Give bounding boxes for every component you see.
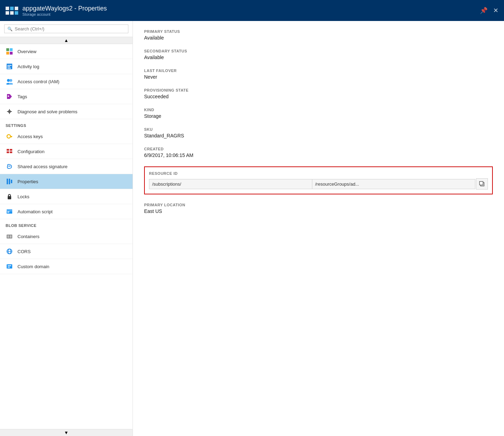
properties-icon [6, 178, 13, 185]
secondary-status-value: Available [144, 55, 493, 60]
created-label: CREATED [144, 147, 493, 151]
svg-rect-21 [10, 149, 12, 151]
sku-value: Standard_RAGRS [144, 133, 493, 138]
settings-section-label: SETTINGS [0, 119, 133, 129]
created-section: CREATED 6/9/2017, 10:06:15 AM [144, 147, 493, 158]
svg-rect-38 [7, 264, 12, 269]
sidebar-item-custom-domain[interactable]: Custom domain [0, 259, 133, 274]
access-control-label: Access control (IAM) [17, 79, 59, 84]
resource-id-label: RESOURCE ID [149, 171, 488, 176]
activity-log-label: Activity log [17, 64, 39, 69]
access-control-icon [6, 78, 13, 85]
sidebar: 🔍 ▲ Overview [0, 21, 133, 436]
kind-section: KIND Storage [144, 108, 493, 119]
kind-value: Storage [144, 113, 493, 119]
main-layout: 🔍 ▲ Overview [0, 21, 504, 436]
svg-rect-5 [7, 65, 12, 66]
sidebar-content: Overview Activity log [0, 44, 133, 429]
sas-label: Shared access signature [17, 164, 68, 169]
title-text: appgateWaylogs2 - Properties Storage acc… [22, 5, 107, 16]
last-failover-label: LAST FAILOVER [144, 69, 493, 73]
blob-service-section-label: BLOB SERVICE [0, 219, 133, 229]
search-box: 🔍 [0, 21, 133, 37]
svg-point-8 [7, 79, 10, 82]
resource-id-input[interactable] [149, 179, 312, 189]
provisioning-state-section: PROVISIONING STATE Succeeded [144, 88, 493, 99]
overview-label: Overview [17, 49, 36, 54]
sku-label: SKU [144, 127, 493, 131]
cors-icon [6, 248, 13, 255]
sidebar-item-tags[interactable]: Tags [0, 89, 133, 104]
sidebar-item-sas[interactable]: Shared access signature [0, 159, 133, 174]
svg-rect-39 [8, 265, 11, 266]
primary-location-value: East US [144, 208, 493, 214]
svg-rect-23 [10, 151, 12, 153]
primary-status-value: Available [144, 35, 493, 41]
sidebar-item-locks[interactable]: Locks [0, 189, 133, 204]
secondary-status-section: SECONDARY STATUS Available [144, 49, 493, 60]
svg-rect-6 [7, 66, 10, 67]
sidebar-item-properties[interactable]: Properties [0, 174, 133, 189]
search-input[interactable] [15, 26, 125, 31]
locks-icon [6, 193, 13, 200]
main-content: PRIMARY STATUS Available SECONDARY STATU… [133, 21, 504, 436]
sidebar-item-cors[interactable]: CORS [0, 244, 133, 259]
svg-rect-34 [10, 235, 12, 238]
svg-rect-31 [7, 213, 9, 213]
resource-id-suffix: /resourceGroups/ad... [312, 179, 475, 189]
pin-button[interactable]: 📌 [480, 7, 488, 14]
sidebar-item-diagnose[interactable]: Diagnose and solve problems [0, 104, 133, 119]
activity-log-icon [6, 63, 13, 70]
sidebar-item-containers[interactable]: Containers [0, 229, 133, 244]
primary-status-label: PRIMARY STATUS [144, 29, 493, 34]
custom-domain-icon [6, 263, 13, 270]
scroll-down-button[interactable]: ▼ [0, 429, 133, 436]
sku-section: SKU Standard_RAGRS [144, 127, 493, 138]
diagnose-icon [6, 108, 13, 115]
svg-rect-25 [9, 179, 10, 184]
cors-label: CORS [17, 249, 31, 254]
svg-rect-24 [7, 179, 8, 184]
primary-location-label: PRIMARY LOCATION [144, 203, 493, 207]
configuration-label: Configuration [17, 149, 44, 154]
tags-icon [6, 93, 13, 100]
svg-rect-22 [7, 151, 9, 153]
kind-label: KIND [144, 108, 493, 112]
scroll-up-button[interactable]: ▲ [0, 37, 133, 44]
svg-rect-0 [6, 48, 9, 51]
svg-rect-27 [8, 196, 11, 199]
svg-rect-40 [8, 267, 10, 267]
automation-icon [6, 208, 13, 215]
access-keys-icon [6, 133, 13, 140]
sidebar-item-access-keys[interactable]: Access keys [0, 129, 133, 144]
svg-point-9 [9, 79, 12, 82]
app-title: appgateWaylogs2 - Properties [22, 5, 107, 12]
close-button[interactable]: ✕ [493, 7, 498, 14]
custom-domain-label: Custom domain [17, 264, 49, 269]
overview-icon [6, 48, 13, 55]
svg-rect-2 [6, 52, 9, 55]
app-subtitle: Storage account [22, 12, 107, 16]
created-value: 6/9/2017, 10:06:15 AM [144, 152, 493, 158]
sas-icon [6, 163, 13, 170]
sidebar-item-access-control[interactable]: Access control (IAM) [0, 74, 133, 89]
svg-rect-33 [7, 235, 9, 238]
search-icon: 🔍 [7, 27, 13, 31]
sidebar-item-overview[interactable]: Overview [0, 44, 133, 59]
svg-point-12 [8, 95, 9, 97]
copy-resource-id-button[interactable] [476, 178, 488, 190]
resource-id-row: /resourceGroups/ad... [149, 178, 488, 190]
title-bar: appgateWaylogs2 - Properties Storage acc… [0, 0, 504, 21]
containers-icon [6, 233, 13, 240]
properties-label: Properties [17, 179, 38, 184]
svg-rect-7 [7, 68, 11, 69]
svg-point-16 [7, 135, 10, 138]
sidebar-item-activity-log[interactable]: Activity log [0, 59, 133, 74]
sidebar-item-automation[interactable]: Automation script [0, 204, 133, 219]
provisioning-state-label: PROVISIONING STATE [144, 88, 493, 92]
svg-rect-3 [10, 52, 13, 55]
locks-label: Locks [17, 194, 29, 199]
svg-rect-1 [10, 48, 13, 51]
sidebar-item-configuration[interactable]: Configuration [0, 144, 133, 159]
search-wrapper[interactable]: 🔍 [4, 24, 128, 33]
